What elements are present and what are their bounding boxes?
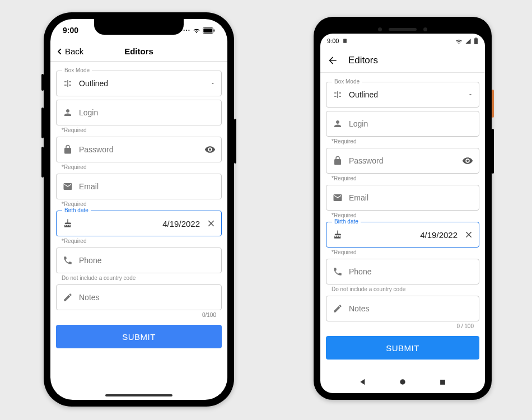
close-icon [464, 230, 473, 239]
phone-icon [62, 255, 73, 265]
iphone-device-frame: 9:00 ···· Back Editors Box Mode Outlined [44, 12, 234, 407]
password-helper: *Required [332, 175, 479, 181]
login-placeholder: Login [79, 108, 216, 117]
svg-point-6 [400, 379, 405, 384]
eye-icon [462, 155, 473, 166]
page-title: Editors [348, 55, 378, 66]
notes-field[interactable]: Notes [326, 296, 479, 321]
text-cursor-icon [62, 78, 73, 88]
clear-birthdate[interactable] [464, 230, 473, 239]
android-back-button[interactable] [358, 377, 367, 386]
svg-rect-7 [440, 380, 445, 385]
pencil-icon [62, 292, 73, 302]
android-status-bar: 9:00 [320, 34, 485, 48]
submit-label: SUBMIT [386, 343, 419, 353]
notes-placeholder: Notes [349, 304, 473, 313]
battery-icon [203, 27, 215, 34]
wifi-icon [455, 38, 463, 44]
chevron-down-icon [210, 81, 216, 86]
box-mode-select[interactable]: Box Mode Outlined [56, 71, 222, 96]
visibility-toggle[interactable] [204, 144, 216, 155]
android-app-bar: Editors [320, 48, 485, 73]
svg-rect-1 [203, 28, 212, 32]
notes-field[interactable]: Notes [56, 284, 222, 310]
password-helper: *Required [62, 164, 222, 170]
android-screen: 9:00 Editors Box Mode Outlined [320, 34, 485, 393]
visibility-toggle[interactable] [462, 155, 473, 166]
battery-icon [474, 38, 478, 44]
notification-icon [342, 38, 348, 44]
email-field[interactable]: Email [56, 174, 222, 199]
birthdate-field[interactable]: Birth date 4/19/2022 [56, 211, 222, 236]
email-placeholder: Email [79, 182, 216, 191]
email-helper: *Required [332, 212, 479, 218]
wifi-icon [193, 27, 200, 34]
notes-placeholder: Notes [79, 293, 216, 302]
login-field[interactable]: Login [326, 111, 479, 137]
birthdate-helper: *Required [62, 238, 222, 244]
ios-status-time: 9:00 [63, 26, 78, 35]
email-field[interactable]: Email [326, 185, 479, 211]
svg-rect-3 [344, 39, 347, 43]
submit-button[interactable]: SUBMIT [56, 325, 222, 348]
iphone-volume-down [41, 147, 44, 178]
back-button[interactable]: Back [56, 46, 83, 57]
email-helper: *Required [62, 201, 222, 207]
svg-rect-4 [474, 38, 478, 44]
sensor-dot-icon [423, 27, 427, 31]
phone-field[interactable]: Phone [326, 259, 479, 284]
android-status-time: 9:00 [327, 38, 339, 44]
login-helper: *Required [62, 127, 222, 133]
phone-helper: Do not include a country code [332, 286, 479, 292]
phone-helper: Do not include a country code [62, 275, 222, 281]
lock-icon [332, 156, 343, 166]
birthdate-label: Birth date [62, 207, 91, 213]
phone-icon [332, 267, 343, 277]
square-recent-icon [438, 378, 447, 386]
chevron-left-icon [56, 46, 64, 57]
iphone-mute-switch [41, 74, 44, 91]
close-icon [207, 219, 216, 228]
cake-icon [332, 230, 343, 240]
android-device-frame: 9:00 Editors Box Mode Outlined [314, 17, 492, 400]
box-mode-label: Box Mode [62, 67, 92, 73]
iphone-screen: 9:00 ···· Back Editors Box Mode Outlined [50, 19, 227, 400]
form-content: Box Mode Outlined Login *Required [320, 73, 485, 371]
pencil-icon [332, 304, 343, 314]
back-button[interactable] [327, 55, 338, 66]
eye-icon [204, 144, 216, 155]
birthdate-field[interactable]: Birth date 4/19/2022 [326, 222, 479, 248]
password-field[interactable]: Password [56, 137, 222, 162]
android-speaker-bar [320, 25, 485, 34]
android-recent-button[interactable] [438, 378, 447, 386]
person-icon [332, 119, 343, 129]
birthdate-value: 4/19/2022 [343, 230, 461, 240]
clear-birthdate[interactable] [207, 219, 216, 228]
android-nav-bar [320, 371, 485, 393]
mail-icon [332, 193, 343, 203]
cake-icon [62, 218, 73, 228]
box-mode-select[interactable]: Box Mode Outlined [326, 82, 479, 108]
lock-icon [62, 144, 73, 155]
android-power-button [492, 90, 494, 118]
svg-rect-5 [475, 38, 477, 39]
login-helper: *Required [332, 138, 479, 144]
android-home-button[interactable] [398, 377, 407, 386]
mail-icon [62, 181, 73, 192]
login-field[interactable]: Login [56, 100, 222, 125]
birthdate-helper: *Required [332, 249, 479, 255]
iphone-power-button [234, 119, 236, 164]
cell-signal-icon [465, 38, 472, 44]
android-volume-button [492, 129, 494, 174]
circle-home-icon [398, 377, 407, 386]
password-placeholder: Password [349, 156, 459, 165]
submit-label: SUBMIT [122, 332, 156, 342]
submit-button[interactable]: SUBMIT [326, 336, 479, 360]
iphone-volume-up [41, 108, 44, 138]
password-field[interactable]: Password [326, 148, 479, 174]
email-placeholder: Email [349, 193, 473, 202]
phone-placeholder: Phone [79, 256, 216, 265]
box-mode-value: Outlined [79, 79, 210, 88]
phone-field[interactable]: Phone [56, 248, 222, 273]
birthdate-value: 4/19/2022 [73, 219, 203, 228]
